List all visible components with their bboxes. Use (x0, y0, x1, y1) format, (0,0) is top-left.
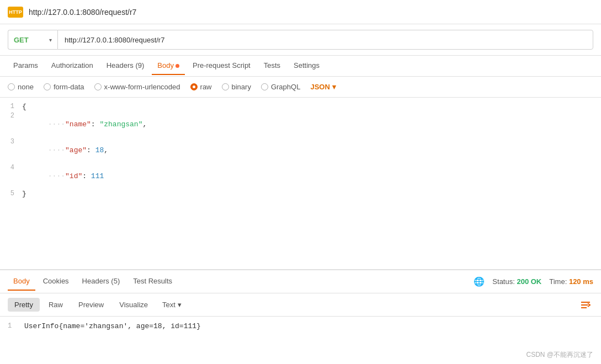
status-area: 🌐 Status: 200 OK Time: 120 ms (474, 276, 593, 287)
option-raw[interactable]: raw (190, 83, 212, 91)
response-content: 1 UserInfo{name='zhangsan', age=18, id=1… (0, 317, 601, 336)
response-tabs-bar: Body Cookies Headers (5) Test Results 🌐 … (0, 270, 601, 293)
method-label: GET (14, 36, 29, 44)
title-url: http://127.0.0.1:8080/request/r7 (29, 8, 136, 17)
line-content-1: { (22, 103, 601, 111)
time-label: Time: 120 ms (549, 277, 593, 286)
line-num-1: 1 (0, 103, 22, 110)
tab-prerequest[interactable]: Pre-request Script (187, 57, 256, 75)
resp-line-content-1: UserInfo{name='zhangsan', age=18, id=111… (24, 322, 201, 330)
response-format-bar: Pretty Raw Preview Visualize Text ▾ (0, 293, 601, 317)
request-tabs-bar: Params Authorization Headers (9) Body Pr… (0, 56, 601, 77)
radio-none (8, 83, 15, 90)
editor-empty-space (0, 199, 601, 265)
response-tab-headers[interactable]: Headers (5) (77, 272, 126, 291)
radio-urlencoded (94, 83, 102, 90)
resp-line-num-1: 1 (8, 322, 24, 330)
text-format-selector[interactable]: Text ▾ (157, 298, 187, 312)
line-content-2: ····"name": "zhangsan", (22, 112, 601, 137)
code-line-1: 1 { (0, 102, 601, 111)
tab-settings[interactable]: Settings (288, 57, 325, 75)
body-options-bar: none form-data x-www-form-urlencoded raw… (0, 77, 601, 98)
http-icon: HTTP (8, 7, 23, 18)
option-form-data[interactable]: form-data (44, 83, 84, 91)
response-section: Body Cookies Headers (5) Test Results 🌐 … (0, 270, 601, 336)
response-tab-cookies[interactable]: Cookies (38, 272, 75, 291)
json-format-selector[interactable]: JSON ▾ (310, 83, 336, 91)
format-visualize-button[interactable]: Visualize (113, 298, 155, 312)
code-line-4: 4 ····"id": 111 (0, 163, 601, 189)
json-chevron-icon: ▾ (332, 83, 336, 91)
tab-tests[interactable]: Tests (258, 57, 286, 75)
line-num-3: 3 (0, 138, 22, 146)
tab-authorization[interactable]: Authorization (46, 57, 99, 75)
response-tab-testresults[interactable]: Test Results (127, 272, 178, 291)
response-tab-body[interactable]: Body (8, 272, 35, 291)
line-content-3: ····"age": 18, (22, 138, 601, 163)
format-pretty-button[interactable]: Pretty (8, 298, 40, 312)
url-input[interactable] (57, 30, 593, 50)
line-num-5: 5 (0, 190, 22, 197)
code-editor[interactable]: 1 { 2 ····"name": "zhangsan", 3 ····"age… (0, 98, 601, 270)
tab-body[interactable]: Body (152, 57, 185, 75)
radio-graphql (261, 83, 268, 90)
line-content-4: ····"id": 111 (22, 164, 601, 189)
method-selector[interactable]: GET ▾ (8, 30, 57, 50)
body-tab-dot (175, 64, 179, 68)
tab-headers[interactable]: Headers (9) (101, 57, 150, 75)
wrap-icon[interactable] (578, 297, 593, 313)
text-chevron-icon: ▾ (178, 301, 182, 309)
format-preview-button[interactable]: Preview (72, 298, 110, 312)
code-line-5: 5 } (0, 189, 601, 199)
radio-binary (222, 83, 229, 90)
option-none[interactable]: none (8, 83, 34, 91)
option-graphql[interactable]: GraphQL (261, 83, 300, 91)
time-value: 120 ms (569, 277, 593, 286)
title-bar: HTTP http://127.0.0.1:8080/request/r7 (0, 0, 601, 24)
line-num-2: 2 (0, 112, 22, 120)
line-num-4: 4 (0, 164, 22, 172)
format-raw-button[interactable]: Raw (42, 298, 70, 312)
tab-params[interactable]: Params (8, 57, 44, 75)
response-line-1: 1 UserInfo{name='zhangsan', age=18, id=1… (8, 322, 593, 330)
status-value: 200 OK (517, 277, 541, 286)
globe-icon: 🌐 (474, 276, 485, 287)
line-content-5: } (22, 190, 601, 198)
code-line-2: 2 ····"name": "zhangsan", (0, 111, 601, 137)
request-bar: GET ▾ (0, 24, 601, 56)
watermark: CSDN @不能再沉迷了 (526, 350, 593, 360)
status-label: Status: 200 OK (492, 277, 541, 286)
code-line-3: 3 ····"age": 18, (0, 137, 601, 163)
radio-form-data (44, 83, 51, 90)
radio-raw (190, 83, 198, 90)
method-chevron-icon: ▾ (49, 37, 52, 43)
option-urlencoded[interactable]: x-www-form-urlencoded (94, 83, 180, 91)
option-binary[interactable]: binary (222, 83, 251, 91)
